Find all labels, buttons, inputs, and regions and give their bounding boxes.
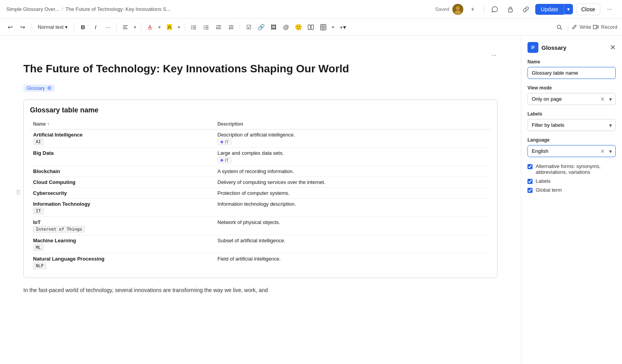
align-button[interactable] bbox=[120, 22, 131, 33]
svg-rect-3 bbox=[508, 9, 512, 12]
avatar[interactable] bbox=[452, 4, 463, 15]
top-bar-actions: Saved + Update ▾ Close ··· bbox=[435, 3, 616, 16]
global-term-checkbox-row: Global term bbox=[527, 187, 616, 193]
saved-status: Saved bbox=[435, 6, 449, 12]
term-description: Description of artificial intelligence. bbox=[217, 132, 488, 138]
settings-icon[interactable]: ⚙ bbox=[47, 85, 52, 91]
numbered-list-button[interactable]: 1.2.3. bbox=[201, 22, 212, 33]
drag-handle[interactable]: ⠿ bbox=[16, 189, 21, 196]
language-field-label: Language bbox=[527, 137, 616, 143]
table-dropdown-icon[interactable]: ▾ bbox=[332, 24, 334, 30]
term-name-cell: Cloud Computing bbox=[30, 177, 214, 188]
table-row: Big DataLarge and complex data sets.◆IT bbox=[30, 148, 491, 166]
update-dropdown-button[interactable]: ▾ bbox=[564, 4, 573, 14]
panel-icon bbox=[527, 42, 538, 53]
table-row: Artificial IntelligenceAIDescription of … bbox=[30, 130, 491, 148]
name-field-label: Name bbox=[527, 59, 616, 65]
labels-select[interactable]: Filter by labels bbox=[527, 119, 616, 131]
term-description-cell: Delivery of computing services over the … bbox=[214, 177, 491, 188]
highlight-dropdown-icon[interactable]: ▾ bbox=[178, 24, 180, 30]
breadcrumb-item-2[interactable]: The Future of Technology: Key Innovation… bbox=[65, 6, 170, 12]
table-row: Information TechnologyITInformation tech… bbox=[30, 199, 491, 217]
panel-close-button[interactable]: ✕ bbox=[610, 43, 616, 52]
lock-icon[interactable] bbox=[504, 3, 517, 16]
toolbar: ↩ ↪ Normal text ▾ B I ··· ▾ A ▾ A ▾ 1.2.… bbox=[0, 19, 622, 36]
alt-forms-checkbox[interactable] bbox=[527, 164, 533, 169]
link-icon[interactable] bbox=[520, 3, 532, 16]
svg-rect-25 bbox=[308, 25, 310, 30]
columns-button[interactable] bbox=[305, 22, 316, 33]
name-input[interactable] bbox=[527, 67, 616, 79]
breadcrumb-item-1[interactable]: Simple Glossary Over... bbox=[6, 6, 60, 12]
emoji-button[interactable]: 🙂 bbox=[293, 22, 304, 33]
term-description: Information technology description. bbox=[217, 201, 488, 207]
table-row: Cloud ComputingDelivery of computing ser… bbox=[30, 177, 491, 188]
view-mode-select-wrapper: Only on page Always visible Hidden ✕ ▾ bbox=[527, 93, 616, 105]
text-color-button[interactable]: A bbox=[144, 22, 155, 33]
breadcrumb-separator: / bbox=[62, 6, 63, 12]
more-text-format-button[interactable]: ··· bbox=[102, 22, 113, 33]
term-name: Cybersecurity bbox=[33, 190, 211, 196]
bold-button[interactable]: B bbox=[77, 22, 88, 33]
write-label: Write bbox=[580, 24, 591, 30]
more-options-icon[interactable]: ··· bbox=[603, 3, 616, 16]
undo-button[interactable]: ↩ bbox=[5, 22, 16, 33]
record-button[interactable]: Record bbox=[593, 24, 617, 30]
bullet-list-button[interactable] bbox=[188, 22, 199, 33]
checkbox-button[interactable]: ☑ bbox=[243, 22, 254, 33]
close-button[interactable]: Close bbox=[576, 4, 600, 15]
glossary-table-title: Glossary table name bbox=[30, 106, 491, 114]
svg-point-11 bbox=[191, 28, 192, 29]
language-clear-button[interactable]: ✕ bbox=[600, 148, 605, 154]
italic-button[interactable]: I bbox=[90, 22, 101, 33]
term-description-cell: Protection of computer systems. bbox=[214, 188, 491, 199]
name-field-group: Name bbox=[527, 59, 616, 79]
toolbar-divider-5 bbox=[185, 23, 185, 31]
add-button[interactable]: + bbox=[466, 3, 479, 16]
view-mode-clear-button[interactable]: ✕ bbox=[600, 96, 605, 102]
toolbar-divider-3 bbox=[116, 23, 117, 31]
glossary-chip[interactable]: Glossary ⚙ bbox=[23, 84, 55, 92]
term-abbr-long: Internet of Things bbox=[33, 226, 85, 233]
content-area: ↔ The Future of Technology: Key Innovati… bbox=[0, 36, 521, 364]
term-description-cell: Information technology description. bbox=[214, 199, 491, 217]
term-description-cell: A system of recording information. bbox=[214, 166, 491, 177]
insert-more-button[interactable]: +▾ bbox=[337, 22, 348, 33]
text-style-dropdown[interactable]: Normal text ▾ bbox=[35, 23, 71, 32]
indent-button[interactable] bbox=[213, 22, 224, 33]
image-button[interactable]: 🖼 bbox=[268, 22, 279, 33]
svg-point-2 bbox=[455, 10, 461, 14]
toolbar-divider-7 bbox=[568, 23, 568, 31]
toolbar-divider-6 bbox=[240, 23, 240, 31]
text-color-dropdown-icon[interactable]: ▾ bbox=[158, 24, 161, 30]
comment-icon[interactable] bbox=[489, 3, 501, 16]
term-label: ◆IT bbox=[217, 138, 231, 145]
language-select-wrapper: English French German Spanish ✕ ▾ bbox=[527, 145, 616, 157]
outdent-button[interactable] bbox=[226, 22, 237, 33]
align-dropdown-icon[interactable]: ▾ bbox=[134, 24, 136, 30]
highlight-button[interactable]: A bbox=[164, 22, 175, 33]
top-bar: Simple Glossary Over... / The Future of … bbox=[0, 0, 622, 19]
term-label: ◆IT bbox=[217, 157, 231, 163]
text-style-label: Normal text bbox=[38, 24, 63, 30]
term-description: A system of recording information. bbox=[217, 168, 488, 174]
link-button[interactable]: 🔗 bbox=[256, 22, 266, 33]
write-button[interactable]: Write bbox=[571, 24, 591, 30]
update-button-group: Update ▾ bbox=[535, 4, 573, 15]
term-name-cell: IoTInternet of Things bbox=[30, 217, 214, 235]
search-button[interactable] bbox=[554, 22, 565, 33]
term-name: Natural Language Processing bbox=[33, 256, 211, 262]
term-description-cell: Large and complex data sets.◆IT bbox=[214, 148, 491, 166]
panel-header: Glossary ✕ bbox=[527, 42, 616, 53]
redo-button[interactable]: ↪ bbox=[17, 22, 28, 33]
expand-handle[interactable]: ↔ bbox=[23, 51, 498, 60]
term-name: Artificial Intelligence bbox=[33, 132, 211, 138]
update-button[interactable]: Update bbox=[535, 4, 564, 15]
global-term-checkbox[interactable] bbox=[527, 188, 533, 193]
labels-checkbox-row: Labels bbox=[527, 178, 616, 184]
table-button[interactable] bbox=[318, 22, 329, 33]
alt-forms-label: Alternative forms: synonyms, abbreviatio… bbox=[536, 163, 616, 175]
body-text: In the fast-paced world of technology, s… bbox=[23, 286, 498, 294]
mention-button[interactable]: @ bbox=[280, 22, 291, 33]
labels-checkbox[interactable] bbox=[527, 179, 533, 184]
